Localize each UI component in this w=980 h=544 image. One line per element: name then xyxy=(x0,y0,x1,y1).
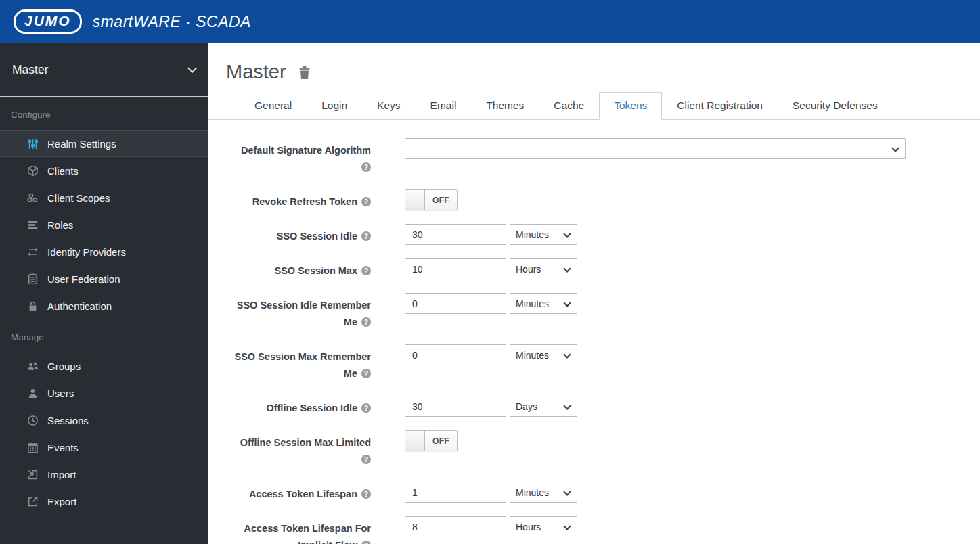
help-icon[interactable]: ? xyxy=(361,455,371,464)
help-icon[interactable]: ? xyxy=(361,266,371,275)
sso-session-max-remember-me-unit-select[interactable]: Minutes xyxy=(510,344,577,365)
sso-session-idle-input[interactable] xyxy=(405,224,506,245)
sidebar-section-configure: Configure xyxy=(0,97,208,130)
sidebar-item-export[interactable]: Export xyxy=(0,488,208,515)
group-icon xyxy=(27,361,43,372)
tokens-form: Default Signature Algorithm ? xyxy=(208,120,980,544)
form-row: Offline Session Max Limited ? OFF xyxy=(226,430,980,468)
sidebar: Master Configure Realm Settings xyxy=(0,43,208,544)
form-row: Access Token Lifespan? Minutes xyxy=(226,482,980,503)
calendar-icon xyxy=(27,442,43,453)
jumo-logo: JUMO xyxy=(14,9,82,34)
tab-cache[interactable]: Cache xyxy=(539,92,599,120)
sidebar-item-user-federation[interactable]: User Federation xyxy=(0,265,208,292)
product-name: smartWARE · SCADA xyxy=(93,13,251,31)
help-icon[interactable]: ? xyxy=(361,317,371,327)
list-icon xyxy=(27,219,43,231)
chevron-down-icon xyxy=(187,64,197,73)
field-label: Default Signature Algorithm ? xyxy=(226,138,371,176)
offline-session-max-limited-toggle[interactable]: OFF xyxy=(405,430,458,451)
import-icon xyxy=(27,469,43,480)
toggle-knob xyxy=(405,431,425,451)
sso-session-max-input[interactable] xyxy=(405,258,506,279)
lock-icon xyxy=(27,300,43,312)
offline-session-idle-unit-select[interactable]: Days xyxy=(510,396,577,417)
field-label: Revoke Refresh Token? xyxy=(226,189,371,210)
sidebar-item-users[interactable]: Users xyxy=(0,380,208,407)
field-label: SSO Session Idle Remember Me? xyxy=(226,293,371,331)
sso-session-idle-remember-me-input[interactable] xyxy=(405,293,506,314)
offline-session-idle-input[interactable] xyxy=(405,396,506,417)
exchange-icon xyxy=(27,246,43,258)
field-label: Access Token Lifespan? xyxy=(226,482,371,503)
tab-client-registration[interactable]: Client Registration xyxy=(662,92,778,120)
tab-tokens[interactable]: Tokens xyxy=(599,92,662,120)
form-row: Offline Session Idle? Days xyxy=(226,396,980,417)
tab-general[interactable]: General xyxy=(240,92,307,120)
field-label: SSO Session Idle? xyxy=(226,224,371,245)
sidebar-item-groups[interactable]: Groups xyxy=(0,353,208,380)
sidebar-item-events[interactable]: Events xyxy=(0,434,208,461)
revoke-refresh-token-toggle[interactable]: OFF xyxy=(405,189,458,210)
form-row: SSO Session Max? Hours xyxy=(226,258,980,279)
sso-session-idle-unit-select[interactable]: Minutes xyxy=(510,224,577,245)
form-row: Default Signature Algorithm ? xyxy=(226,138,980,176)
sidebar-item-client-scopes[interactable]: Client Scopes xyxy=(0,184,208,211)
toggle-knob xyxy=(405,190,425,210)
realm-selector-label: Master xyxy=(12,63,48,77)
form-row: Access Token Lifespan For Implicit Flow?… xyxy=(226,516,980,544)
sidebar-section-manage: Manage xyxy=(0,319,208,353)
clock-icon xyxy=(27,415,43,426)
cube-icon xyxy=(27,165,43,177)
help-icon[interactable]: ? xyxy=(361,403,371,413)
sliders-icon xyxy=(27,138,43,150)
delete-realm-icon[interactable] xyxy=(298,65,311,80)
cubes-icon xyxy=(27,192,43,204)
help-icon[interactable]: ? xyxy=(361,541,371,544)
form-row: SSO Session Max Remember Me? Minutes xyxy=(226,344,980,382)
sidebar-item-realm-settings[interactable]: Realm Settings xyxy=(0,130,208,157)
tab-bar: General Login Keys Email Themes Cache To… xyxy=(208,92,980,120)
realm-selector[interactable]: Master xyxy=(0,43,208,96)
help-icon[interactable]: ? xyxy=(361,489,371,499)
sidebar-item-identity-providers[interactable]: Identity Providers xyxy=(0,238,208,265)
sso-session-idle-remember-me-unit-select[interactable]: Minutes xyxy=(510,293,577,314)
user-icon xyxy=(27,388,43,399)
help-icon[interactable]: ? xyxy=(361,369,371,378)
tab-themes[interactable]: Themes xyxy=(471,92,539,120)
tab-security-defenses[interactable]: Security Defenses xyxy=(778,92,893,120)
export-icon xyxy=(27,496,43,507)
access-token-lifespan-implicit-flow-input[interactable] xyxy=(405,516,506,537)
form-row: SSO Session Idle? Minutes xyxy=(226,224,980,245)
help-icon[interactable]: ? xyxy=(361,197,371,206)
sidebar-item-roles[interactable]: Roles xyxy=(0,211,208,238)
access-token-lifespan-input[interactable] xyxy=(405,482,506,503)
sidebar-item-sessions[interactable]: Sessions xyxy=(0,407,208,434)
database-icon xyxy=(27,273,43,285)
field-label: Offline Session Idle? xyxy=(226,396,371,417)
access-token-lifespan-implicit-flow-unit-select[interactable]: Hours xyxy=(510,516,577,537)
access-token-lifespan-unit-select[interactable]: Minutes xyxy=(510,482,577,503)
form-row: SSO Session Idle Remember Me? Minutes xyxy=(226,293,980,331)
field-label: Access Token Lifespan For Implicit Flow? xyxy=(226,516,371,544)
tab-keys[interactable]: Keys xyxy=(362,92,415,120)
main-content: Master General Login Keys Email Themes C… xyxy=(208,43,980,544)
field-label: Offline Session Max Limited ? xyxy=(226,430,371,468)
top-bar: JUMO smartWARE · SCADA xyxy=(0,0,980,43)
default-signature-algorithm-select[interactable] xyxy=(405,138,906,159)
tab-email[interactable]: Email xyxy=(416,92,472,120)
tab-login[interactable]: Login xyxy=(307,92,362,120)
help-icon[interactable]: ? xyxy=(361,162,371,172)
sso-session-max-remember-me-input[interactable] xyxy=(405,344,506,365)
help-icon[interactable]: ? xyxy=(361,231,371,241)
form-row: Revoke Refresh Token? OFF xyxy=(226,189,980,210)
app-window: JUMO smartWARE · SCADA Master Configure xyxy=(0,0,980,544)
sidebar-item-authentication[interactable]: Authentication xyxy=(0,292,208,319)
field-label: SSO Session Max? xyxy=(226,258,371,279)
page-title: Master xyxy=(226,61,286,83)
sidebar-item-clients[interactable]: Clients xyxy=(0,157,208,184)
sidebar-item-import[interactable]: Import xyxy=(0,461,208,488)
sso-session-max-unit-select[interactable]: Hours xyxy=(510,258,577,279)
field-label: SSO Session Max Remember Me? xyxy=(226,344,371,382)
